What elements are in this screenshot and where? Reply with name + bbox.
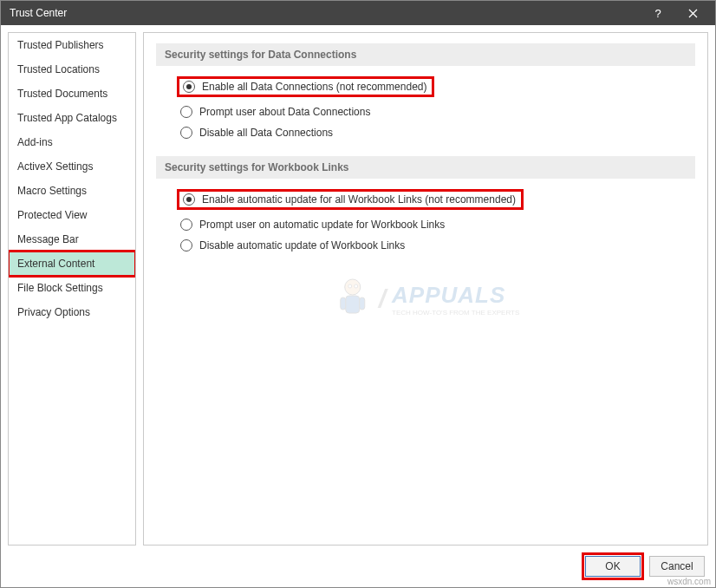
svg-rect-3	[346, 296, 360, 313]
radio-icon	[180, 127, 192, 139]
watermark-mascot-icon	[332, 275, 374, 323]
svg-point-7	[355, 284, 358, 288]
workbook-links-header: Security settings for Workbook Links	[156, 156, 695, 179]
radio-label: Enable all Data Connections (not recomme…	[202, 81, 426, 93]
attribution-text: wsxdn.com	[667, 577, 711, 586]
workbook-links-group: Security settings for Workbook Links Ena…	[156, 156, 695, 253]
radio-icon	[180, 219, 192, 231]
radio-icon	[183, 81, 195, 93]
cancel-button[interactable]: Cancel	[649, 556, 705, 577]
radio-wl-enable[interactable]: Enable automatic update for all Workbook…	[156, 187, 695, 212]
titlebar: Trust Center ?	[1, 1, 715, 25]
sidebar-item-activex-settings[interactable]: ActiveX Settings	[9, 154, 135, 179]
sidebar: Trusted Publishers Trusted Locations Tru…	[8, 32, 136, 546]
radio-wl-disable[interactable]: Disable automatic update of Workbook Lin…	[156, 238, 695, 253]
sidebar-item-protected-view[interactable]: Protected View	[9, 203, 135, 227]
radio-icon	[180, 106, 192, 118]
radio-label: Prompt user on automatic update for Work…	[199, 219, 445, 231]
sidebar-item-privacy-options[interactable]: Privacy Options	[9, 300, 135, 324]
radio-icon	[183, 193, 195, 206]
watermark: / APPUALS TECH HOW-TO'S FROM THE EXPERTS	[332, 275, 520, 323]
data-connections-group: Security settings for Data Connections E…	[156, 43, 695, 140]
radio-dc-disable[interactable]: Disable all Data Connections	[156, 125, 695, 140]
sidebar-item-file-block-settings[interactable]: File Block Settings	[9, 276, 135, 300]
svg-point-2	[345, 279, 361, 295]
close-button[interactable]	[675, 1, 710, 25]
dialog-footer: OK Cancel	[1, 552, 715, 587]
sidebar-item-trusted-locations[interactable]: Trusted Locations	[9, 57, 135, 82]
radio-label: Disable automatic update of Workbook Lin…	[199, 239, 405, 252]
watermark-subtext: TECH HOW-TO'S FROM THE EXPERTS	[392, 309, 519, 317]
sidebar-item-trusted-app-catalogs[interactable]: Trusted App Catalogs	[9, 106, 135, 130]
close-icon	[688, 9, 698, 18]
sidebar-item-add-ins[interactable]: Add-ins	[9, 130, 135, 154]
radio-dc-enable[interactable]: Enable all Data Connections (not recomme…	[156, 75, 695, 99]
radio-label: Enable automatic update for all Workbook…	[202, 193, 516, 206]
radio-dc-prompt[interactable]: Prompt user about Data Connections	[156, 104, 695, 120]
svg-rect-5	[360, 297, 365, 310]
svg-point-6	[348, 284, 352, 288]
sidebar-item-message-bar[interactable]: Message Bar	[9, 227, 135, 252]
help-button[interactable]: ?	[641, 1, 675, 25]
dialog-body: Trusted Publishers Trusted Locations Tru…	[1, 25, 715, 552]
ok-button[interactable]: OK	[585, 556, 641, 577]
window-title: Trust Center	[10, 7, 641, 19]
radio-label: Prompt user about Data Connections	[199, 106, 370, 118]
radio-label: Disable all Data Connections	[199, 127, 333, 139]
sidebar-item-trusted-publishers[interactable]: Trusted Publishers	[9, 33, 135, 57]
sidebar-item-trusted-documents[interactable]: Trusted Documents	[9, 82, 135, 106]
radio-icon	[180, 239, 192, 252]
sidebar-item-external-content[interactable]: External Content	[9, 252, 135, 276]
trust-center-dialog: Trust Center ? Trusted Publishers Truste…	[0, 0, 716, 588]
content-pane: Security settings for Data Connections E…	[143, 32, 708, 546]
radio-wl-prompt[interactable]: Prompt user on automatic update for Work…	[156, 217, 695, 232]
watermark-text: APPUALS	[392, 282, 519, 309]
sidebar-item-macro-settings[interactable]: Macro Settings	[9, 179, 135, 203]
data-connections-header: Security settings for Data Connections	[156, 43, 695, 66]
svg-rect-4	[341, 297, 346, 310]
